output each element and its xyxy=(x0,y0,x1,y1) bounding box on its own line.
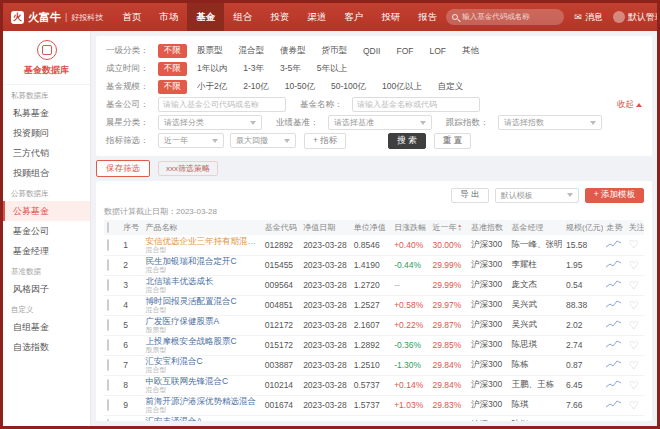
favorite-heart-icon[interactable]: ♡ xyxy=(629,419,639,422)
filter-select[interactable]: 请选择基准 xyxy=(328,115,432,130)
favorite-heart-icon[interactable]: ♡ xyxy=(629,279,639,291)
fund-company-input[interactable] xyxy=(158,97,286,112)
fund-name-link[interactable]: 博时回报灵活配置混合C xyxy=(145,296,258,306)
sidebar-item[interactable]: 投资顾问 xyxy=(3,123,90,143)
filter-option[interactable]: 10-50亿 xyxy=(279,80,321,94)
sidebar-item[interactable]: 自组基金 xyxy=(3,317,90,337)
filter-option[interactable]: FOF xyxy=(390,45,419,57)
filter-option[interactable]: 股票型 xyxy=(191,44,229,58)
filter-option[interactable]: 不限 xyxy=(158,80,187,94)
trend-chart-icon[interactable] xyxy=(606,319,622,329)
filter-option[interactable]: LOF xyxy=(423,45,452,57)
row-checkbox[interactable] xyxy=(107,299,109,311)
sidebar-item[interactable]: 三方代销 xyxy=(3,143,90,163)
nav-item-invest[interactable]: 投资 xyxy=(261,3,298,31)
trend-chart-icon[interactable] xyxy=(606,299,622,309)
save-filter-button[interactable]: 保存筛选 xyxy=(96,160,150,177)
favorite-heart-icon[interactable]: ♡ xyxy=(629,399,639,411)
filter-option[interactable]: 其他 xyxy=(456,44,485,58)
trend-chart-icon[interactable] xyxy=(606,279,622,289)
nav-item-home[interactable]: 首页 xyxy=(113,3,150,31)
filter-option[interactable]: 5年以上 xyxy=(311,62,353,76)
brand[interactable]: 火 火富牛 | 好投科技 xyxy=(11,10,103,25)
nav-item-report[interactable]: 报告 xyxy=(409,3,446,31)
fund-name-link[interactable]: 广发医疗保健股票A xyxy=(145,316,258,326)
messages-button[interactable]: ✉ 消息 xyxy=(574,11,603,24)
filter-option[interactable]: 债券型 xyxy=(274,44,312,58)
add-template-button[interactable]: + 添加模板 xyxy=(585,188,644,203)
row-checkbox[interactable] xyxy=(107,359,109,371)
sidebar-item[interactable]: 风格因子 xyxy=(3,279,90,299)
saved-strategy-tag[interactable]: xxx筛选策略 xyxy=(158,161,218,176)
favorite-heart-icon[interactable]: ♡ xyxy=(629,339,639,351)
add-metric-button[interactable]: + 指标 xyxy=(304,133,346,149)
search-button[interactable]: 搜 索 xyxy=(388,133,425,149)
column-header[interactable]: 近一年▲▼ xyxy=(430,220,468,235)
filter-option[interactable]: 不限 xyxy=(158,62,187,76)
filter-option[interactable]: 50-100亿 xyxy=(325,80,372,94)
favorite-heart-icon[interactable]: ♡ xyxy=(629,299,639,311)
sidebar-item[interactable]: 基金经理 xyxy=(3,241,90,261)
row-checkbox[interactable] xyxy=(107,419,109,421)
row-checkbox[interactable] xyxy=(107,339,109,351)
filter-option[interactable]: QDII xyxy=(357,45,386,57)
row-checkbox[interactable] xyxy=(107,239,109,251)
fund-name-link[interactable]: 汇安宝利混合C xyxy=(145,356,258,366)
favorite-heart-icon[interactable]: ♡ xyxy=(629,319,639,331)
trend-chart-icon[interactable] xyxy=(606,359,622,369)
fund-name-link[interactable]: 前海开源沪港深优势精选混合 xyxy=(145,396,258,406)
metric-period-select[interactable]: 近一年 xyxy=(158,133,224,148)
filter-option[interactable]: 自定义 xyxy=(432,80,470,94)
trend-chart-icon[interactable] xyxy=(606,239,622,249)
trend-chart-icon[interactable] xyxy=(606,419,622,421)
trend-chart-icon[interactable] xyxy=(606,379,622,389)
nav-item-portfolio[interactable]: 组合 xyxy=(224,3,261,31)
account-menu[interactable]: 默认管理 xyxy=(613,11,660,24)
sidebar-item[interactable]: 私募基金 xyxy=(3,103,90,123)
fund-name-input[interactable] xyxy=(352,97,480,112)
sidebar-item[interactable]: 公募基金 xyxy=(3,201,90,221)
favorite-heart-icon[interactable]: ♡ xyxy=(629,359,639,371)
row-checkbox[interactable] xyxy=(107,379,109,391)
nav-item-customer[interactable]: 客户 xyxy=(335,3,372,31)
column-header[interactable]: 规模(亿元)▲▼ xyxy=(563,220,603,235)
favorite-heart-icon[interactable]: ♡ xyxy=(629,259,639,271)
metric-type-select[interactable]: 最大回撤 xyxy=(230,133,296,148)
filter-option[interactable]: 小于2亿 xyxy=(191,80,233,94)
nav-item-research[interactable]: 投研 xyxy=(372,3,409,31)
fund-name-link[interactable]: 汇安丰泽混合A xyxy=(145,416,258,421)
fund-name-link[interactable]: 北信瑞丰优选成长 xyxy=(145,276,258,286)
row-checkbox[interactable] xyxy=(107,279,109,291)
select-all-checkbox[interactable] xyxy=(107,222,109,233)
filter-option[interactable]: 不限 xyxy=(158,44,187,58)
filter-option[interactable]: 1-3年 xyxy=(237,62,270,76)
row-checkbox[interactable] xyxy=(107,319,109,331)
nav-item-channel[interactable]: 渠道 xyxy=(298,3,335,31)
trend-chart-icon[interactable] xyxy=(606,259,622,269)
sidebar-item[interactable]: 投顾组合 xyxy=(3,163,90,183)
row-checkbox[interactable] xyxy=(107,259,109,271)
filter-option[interactable]: 3-5年 xyxy=(274,62,307,76)
filter-option[interactable]: 货币型 xyxy=(316,44,354,58)
filter-option[interactable]: 100亿以上 xyxy=(376,80,428,94)
fund-name-link[interactable]: 中欧互联网先锋混合C xyxy=(145,376,258,386)
template-select[interactable]: 默认模板 xyxy=(495,188,579,203)
favorite-heart-icon[interactable]: ♡ xyxy=(629,238,639,250)
row-checkbox[interactable] xyxy=(107,399,109,411)
filter-option[interactable]: 2-10亿 xyxy=(237,80,275,94)
filter-option[interactable]: 1年以内 xyxy=(191,62,233,76)
favorite-heart-icon[interactable]: ♡ xyxy=(629,379,639,391)
sidebar-item[interactable]: 自选指数 xyxy=(3,337,90,357)
sidebar-item[interactable]: 基金公司 xyxy=(3,221,90,241)
nav-item-market[interactable]: 市场 xyxy=(150,3,187,31)
fund-name-link[interactable]: 上投摩根安全战略股票C xyxy=(145,336,258,346)
navbar-search-input[interactable]: 输入基金代码或名称 xyxy=(446,9,564,25)
filter-option[interactable]: 混合型 xyxy=(233,44,271,58)
filter-select[interactable]: 请选择分类 xyxy=(158,115,262,130)
fund-name-link[interactable]: 民生加银瑞和混合定开C xyxy=(145,256,258,266)
export-button[interactable]: 导 出 xyxy=(451,188,488,203)
fund-name-link[interactable]: 安信优选企业三年持有期混合A xyxy=(145,236,258,246)
filter-select[interactable]: 请选择指数 xyxy=(498,115,602,130)
nav-item-fund[interactable]: 基金 xyxy=(187,3,224,31)
trend-chart-icon[interactable] xyxy=(606,339,622,349)
